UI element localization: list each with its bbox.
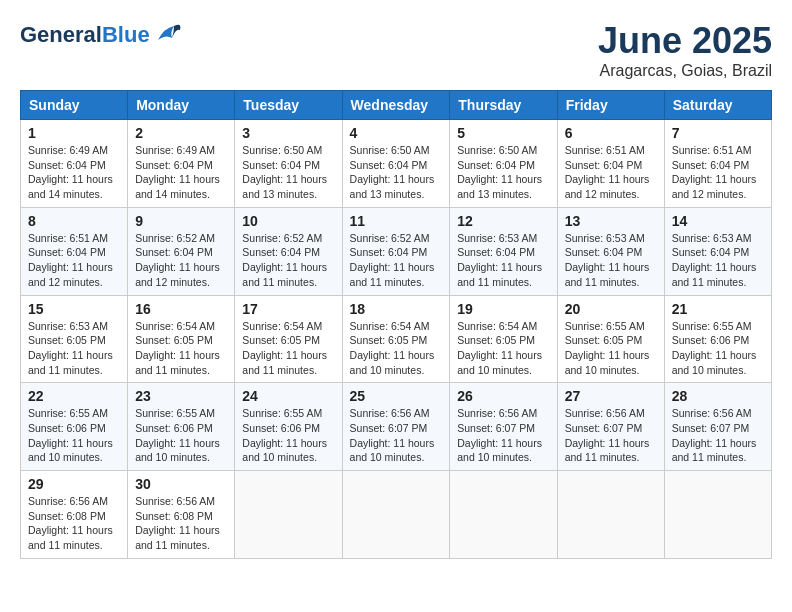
day-number: 30: [135, 476, 227, 492]
day-number: 25: [350, 388, 443, 404]
calendar-week-4: 22Sunrise: 6:55 AMSunset: 6:06 PMDayligh…: [21, 383, 772, 471]
calendar-cell: 16Sunrise: 6:54 AMSunset: 6:05 PMDayligh…: [128, 295, 235, 383]
day-info: Sunrise: 6:56 AMSunset: 6:07 PMDaylight:…: [565, 406, 657, 465]
calendar-cell: [557, 471, 664, 559]
day-number: 6: [565, 125, 657, 141]
logo-general: General: [20, 22, 102, 47]
calendar-cell: [235, 471, 342, 559]
day-number: 27: [565, 388, 657, 404]
day-info: Sunrise: 6:55 AMSunset: 6:06 PMDaylight:…: [28, 406, 120, 465]
calendar-cell: 29Sunrise: 6:56 AMSunset: 6:08 PMDayligh…: [21, 471, 128, 559]
day-info: Sunrise: 6:54 AMSunset: 6:05 PMDaylight:…: [135, 319, 227, 378]
calendar-cell: 4Sunrise: 6:50 AMSunset: 6:04 PMDaylight…: [342, 120, 450, 208]
day-info: Sunrise: 6:51 AMSunset: 6:04 PMDaylight:…: [28, 231, 120, 290]
calendar-cell: 27Sunrise: 6:56 AMSunset: 6:07 PMDayligh…: [557, 383, 664, 471]
day-number: 11: [350, 213, 443, 229]
day-info: Sunrise: 6:53 AMSunset: 6:04 PMDaylight:…: [672, 231, 764, 290]
logo-text: GeneralBlue: [20, 22, 150, 48]
day-number: 5: [457, 125, 549, 141]
day-number: 7: [672, 125, 764, 141]
day-info: Sunrise: 6:51 AMSunset: 6:04 PMDaylight:…: [672, 143, 764, 202]
calendar-cell: 18Sunrise: 6:54 AMSunset: 6:05 PMDayligh…: [342, 295, 450, 383]
day-number: 18: [350, 301, 443, 317]
day-number: 23: [135, 388, 227, 404]
day-number: 8: [28, 213, 120, 229]
day-info: Sunrise: 6:56 AMSunset: 6:08 PMDaylight:…: [135, 494, 227, 553]
calendar-cell: 9Sunrise: 6:52 AMSunset: 6:04 PMDaylight…: [128, 207, 235, 295]
day-number: 22: [28, 388, 120, 404]
calendar-cell: [664, 471, 771, 559]
weekday-header-saturday: Saturday: [664, 91, 771, 120]
day-info: Sunrise: 6:49 AMSunset: 6:04 PMDaylight:…: [28, 143, 120, 202]
calendar-cell: 7Sunrise: 6:51 AMSunset: 6:04 PMDaylight…: [664, 120, 771, 208]
day-info: Sunrise: 6:53 AMSunset: 6:04 PMDaylight:…: [565, 231, 657, 290]
location-subtitle: Aragarcas, Goias, Brazil: [598, 62, 772, 80]
day-number: 9: [135, 213, 227, 229]
title-section: June 2025 Aragarcas, Goias, Brazil: [598, 20, 772, 80]
calendar-cell: 21Sunrise: 6:55 AMSunset: 6:06 PMDayligh…: [664, 295, 771, 383]
day-info: Sunrise: 6:56 AMSunset: 6:07 PMDaylight:…: [350, 406, 443, 465]
calendar-cell: 13Sunrise: 6:53 AMSunset: 6:04 PMDayligh…: [557, 207, 664, 295]
day-number: 2: [135, 125, 227, 141]
day-info: Sunrise: 6:50 AMSunset: 6:04 PMDaylight:…: [242, 143, 334, 202]
weekday-header-friday: Friday: [557, 91, 664, 120]
calendar-cell: 25Sunrise: 6:56 AMSunset: 6:07 PMDayligh…: [342, 383, 450, 471]
day-info: Sunrise: 6:54 AMSunset: 6:05 PMDaylight:…: [350, 319, 443, 378]
calendar-cell: 10Sunrise: 6:52 AMSunset: 6:04 PMDayligh…: [235, 207, 342, 295]
day-info: Sunrise: 6:56 AMSunset: 6:07 PMDaylight:…: [457, 406, 549, 465]
day-number: 28: [672, 388, 764, 404]
calendar-cell: 23Sunrise: 6:55 AMSunset: 6:06 PMDayligh…: [128, 383, 235, 471]
day-info: Sunrise: 6:55 AMSunset: 6:06 PMDaylight:…: [242, 406, 334, 465]
calendar-cell: 5Sunrise: 6:50 AMSunset: 6:04 PMDaylight…: [450, 120, 557, 208]
calendar-cell: 12Sunrise: 6:53 AMSunset: 6:04 PMDayligh…: [450, 207, 557, 295]
calendar-week-1: 1Sunrise: 6:49 AMSunset: 6:04 PMDaylight…: [21, 120, 772, 208]
calendar-cell: 2Sunrise: 6:49 AMSunset: 6:04 PMDaylight…: [128, 120, 235, 208]
calendar-cell: 8Sunrise: 6:51 AMSunset: 6:04 PMDaylight…: [21, 207, 128, 295]
calendar-cell: 22Sunrise: 6:55 AMSunset: 6:06 PMDayligh…: [21, 383, 128, 471]
weekday-header-tuesday: Tuesday: [235, 91, 342, 120]
day-number: 1: [28, 125, 120, 141]
weekday-header-sunday: Sunday: [21, 91, 128, 120]
calendar-week-3: 15Sunrise: 6:53 AMSunset: 6:05 PMDayligh…: [21, 295, 772, 383]
day-info: Sunrise: 6:54 AMSunset: 6:05 PMDaylight:…: [242, 319, 334, 378]
logo-bird-icon: [154, 20, 184, 50]
day-number: 20: [565, 301, 657, 317]
day-info: Sunrise: 6:54 AMSunset: 6:05 PMDaylight:…: [457, 319, 549, 378]
day-number: 10: [242, 213, 334, 229]
day-number: 21: [672, 301, 764, 317]
day-info: Sunrise: 6:51 AMSunset: 6:04 PMDaylight:…: [565, 143, 657, 202]
day-number: 15: [28, 301, 120, 317]
calendar-cell: 26Sunrise: 6:56 AMSunset: 6:07 PMDayligh…: [450, 383, 557, 471]
day-info: Sunrise: 6:50 AMSunset: 6:04 PMDaylight:…: [350, 143, 443, 202]
calendar-cell: 17Sunrise: 6:54 AMSunset: 6:05 PMDayligh…: [235, 295, 342, 383]
calendar-week-5: 29Sunrise: 6:56 AMSunset: 6:08 PMDayligh…: [21, 471, 772, 559]
calendar-cell: [342, 471, 450, 559]
calendar-cell: 6Sunrise: 6:51 AMSunset: 6:04 PMDaylight…: [557, 120, 664, 208]
weekday-header-wednesday: Wednesday: [342, 91, 450, 120]
day-info: Sunrise: 6:56 AMSunset: 6:07 PMDaylight:…: [672, 406, 764, 465]
day-info: Sunrise: 6:53 AMSunset: 6:04 PMDaylight:…: [457, 231, 549, 290]
calendar-header: SundayMondayTuesdayWednesdayThursdayFrid…: [21, 91, 772, 120]
day-number: 19: [457, 301, 549, 317]
calendar-cell: 28Sunrise: 6:56 AMSunset: 6:07 PMDayligh…: [664, 383, 771, 471]
month-title: June 2025: [598, 20, 772, 62]
day-info: Sunrise: 6:52 AMSunset: 6:04 PMDaylight:…: [242, 231, 334, 290]
day-info: Sunrise: 6:53 AMSunset: 6:05 PMDaylight:…: [28, 319, 120, 378]
calendar-cell: 11Sunrise: 6:52 AMSunset: 6:04 PMDayligh…: [342, 207, 450, 295]
calendar-body: 1Sunrise: 6:49 AMSunset: 6:04 PMDaylight…: [21, 120, 772, 559]
day-number: 29: [28, 476, 120, 492]
day-info: Sunrise: 6:55 AMSunset: 6:05 PMDaylight:…: [565, 319, 657, 378]
calendar-cell: [450, 471, 557, 559]
calendar-table: SundayMondayTuesdayWednesdayThursdayFrid…: [20, 90, 772, 559]
calendar-cell: 14Sunrise: 6:53 AMSunset: 6:04 PMDayligh…: [664, 207, 771, 295]
day-info: Sunrise: 6:49 AMSunset: 6:04 PMDaylight:…: [135, 143, 227, 202]
day-info: Sunrise: 6:55 AMSunset: 6:06 PMDaylight:…: [135, 406, 227, 465]
calendar-cell: 24Sunrise: 6:55 AMSunset: 6:06 PMDayligh…: [235, 383, 342, 471]
day-info: Sunrise: 6:50 AMSunset: 6:04 PMDaylight:…: [457, 143, 549, 202]
day-number: 3: [242, 125, 334, 141]
day-info: Sunrise: 6:52 AMSunset: 6:04 PMDaylight:…: [135, 231, 227, 290]
page-header: GeneralBlue June 2025 Aragarcas, Goias, …: [20, 20, 772, 80]
day-info: Sunrise: 6:55 AMSunset: 6:06 PMDaylight:…: [672, 319, 764, 378]
day-number: 13: [565, 213, 657, 229]
day-info: Sunrise: 6:52 AMSunset: 6:04 PMDaylight:…: [350, 231, 443, 290]
